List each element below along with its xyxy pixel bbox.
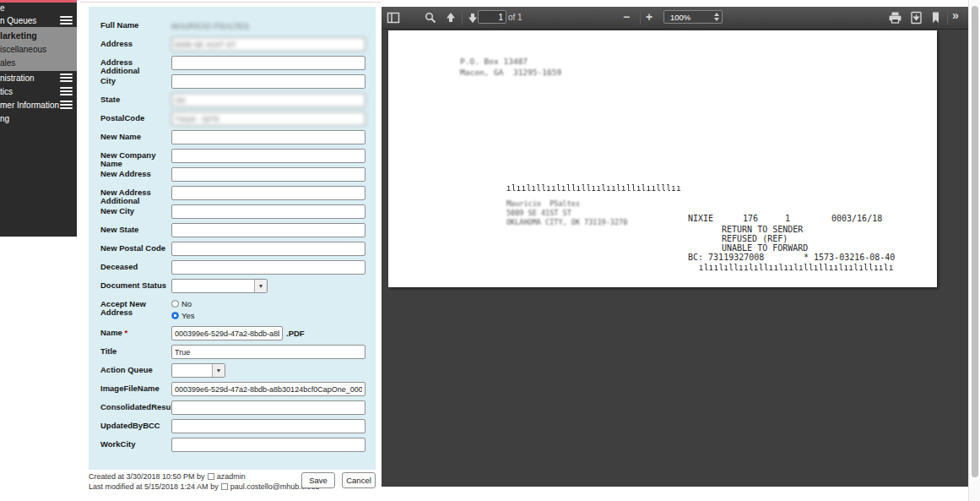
form-row: New Company Name xyxy=(100,149,376,163)
radio-option-no[interactable]: No xyxy=(171,297,195,309)
previous-page-icon[interactable] xyxy=(444,11,459,25)
chevron-down-icon[interactable]: ▼ xyxy=(254,280,267,292)
updatedbybcc-input[interactable] xyxy=(171,419,365,433)
sidebar-item-n-queues[interactable]: n Queues xyxy=(0,14,77,27)
sidebar-item-label: larketing xyxy=(0,30,37,41)
field-label-name: Name * xyxy=(100,326,171,337)
form-row: Address Additional xyxy=(100,56,376,70)
sidebar-item-label: n Queues xyxy=(0,16,36,25)
new-postal-code-input[interactable] xyxy=(171,242,365,256)
form-row: Action Queue▼ xyxy=(100,363,376,378)
file-extension-label: .PDF xyxy=(286,326,305,338)
radio-icon[interactable] xyxy=(171,300,179,308)
search-icon[interactable] xyxy=(424,11,439,25)
form-row: Accept New AddressNoYes xyxy=(100,297,376,322)
scrollbar-thumb[interactable] xyxy=(972,6,978,477)
new-address-additional-input[interactable] xyxy=(171,186,365,200)
sidebar-item-label: ales xyxy=(0,58,15,68)
state-input[interactable] xyxy=(171,93,365,107)
download-icon[interactable] xyxy=(910,11,925,25)
form-row: Address xyxy=(100,37,376,52)
form-row: City xyxy=(100,74,376,89)
toolbar-separator xyxy=(462,11,463,25)
pdf-viewer: of 1 − + 100% » P.O. Box 13487Macon, GA … xyxy=(382,7,968,487)
chevron-down-icon[interactable]: ▼ xyxy=(212,364,225,377)
full-name-value: MAURICIO PSALTES xyxy=(171,19,249,30)
more-tools-icon[interactable]: » xyxy=(952,8,959,22)
address-input[interactable] xyxy=(171,37,365,52)
form-row: New Address Additional xyxy=(100,186,376,200)
return-reason-1: RETURN TO SENDER xyxy=(722,225,803,234)
sidebar-item-mer-information[interactable]: mer Information xyxy=(0,98,77,112)
menu-icon[interactable] xyxy=(60,85,73,97)
zoom-out-icon[interactable]: − xyxy=(623,10,630,24)
workcity-input[interactable] xyxy=(171,438,365,452)
form-row: Deceased xyxy=(100,260,376,275)
document-status-select[interactable]: ▼ xyxy=(171,279,268,293)
sidebar-item-e[interactable]: e xyxy=(0,3,77,14)
field-label-document-status: Document Status xyxy=(100,279,171,290)
form-row: New Postal Code xyxy=(100,242,376,256)
sidebar-item-nistration[interactable]: nistration xyxy=(0,71,77,84)
name-input[interactable] xyxy=(171,326,283,340)
deceased-input[interactable] xyxy=(171,260,365,275)
sidebar-selected-group: larketingiscellaneousales xyxy=(0,27,77,71)
page-number-input[interactable] xyxy=(478,10,506,24)
toggle-sidebar-icon[interactable] xyxy=(387,11,402,25)
title-input[interactable] xyxy=(171,345,365,359)
form-row: WorkCity xyxy=(100,438,376,452)
bookmark-icon[interactable] xyxy=(930,11,945,25)
nixie-num: 1 xyxy=(785,214,790,223)
sidebar-item-ng[interactable]: ng xyxy=(0,112,77,125)
postalcode-input[interactable] xyxy=(171,112,365,126)
sidebar-item-larketing[interactable]: larketing xyxy=(0,29,77,42)
radio-icon[interactable] xyxy=(171,312,179,319)
created-user[interactable]: azadmin xyxy=(217,472,246,481)
sidebar-item-tics[interactable]: tics xyxy=(0,84,77,98)
field-label-imagefilename: ImageFileName xyxy=(100,382,171,393)
field-label-new-city: New City xyxy=(100,204,171,215)
print-icon[interactable] xyxy=(888,11,903,25)
action-queue-select[interactable]: ▼ xyxy=(171,363,225,378)
new-state-input[interactable] xyxy=(171,223,365,237)
form-row: Name *.PDF xyxy=(100,326,376,340)
menu-icon[interactable] xyxy=(60,14,73,26)
city-input[interactable] xyxy=(171,74,365,89)
route-number: * 1573-03216-08-40 xyxy=(804,253,895,262)
imagefilename-input[interactable] xyxy=(171,382,365,396)
edit-item-form: Full NameMAURICIO PSALTESAddressAddress … xyxy=(89,7,376,470)
sidebar-item-label: tics xyxy=(0,87,13,96)
sidebar-item-label: e xyxy=(0,3,5,13)
new-company-name-input[interactable] xyxy=(171,149,365,163)
form-row: UpdatedByBCC xyxy=(100,419,376,433)
form-row: New State xyxy=(100,223,376,237)
nixie-date: 0003/16/18 xyxy=(831,214,882,223)
field-label-action-queue: Action Queue xyxy=(100,363,171,374)
field-label-city: City xyxy=(100,74,171,85)
cancel-button[interactable]: Cancel xyxy=(342,472,376,488)
scrollbar-track[interactable] xyxy=(968,0,980,501)
field-label-updatedbybcc: UpdatedByBCC xyxy=(100,419,171,430)
address-additional-input[interactable] xyxy=(171,56,365,70)
menu-icon[interactable] xyxy=(60,72,73,84)
nixie-count: 176 xyxy=(743,214,758,223)
new-city-input[interactable] xyxy=(171,204,365,219)
required-asterisk: * xyxy=(122,328,127,337)
radio-option-yes[interactable]: Yes xyxy=(171,309,195,321)
new-name-input[interactable] xyxy=(171,130,365,144)
form-footer: Created at 3/30/2018 10:50 PM byazadmin … xyxy=(89,471,376,492)
pdf-page: P.O. Box 13487Macon, GA 31295-1659 ılııl… xyxy=(388,30,937,287)
zoom-select[interactable]: 100% xyxy=(663,10,723,24)
sidebar-item-iscellaneous[interactable]: iscellaneous xyxy=(0,42,77,56)
zoom-in-icon[interactable]: + xyxy=(646,10,652,24)
form-row: ConsolidatedResults xyxy=(100,400,376,415)
consolidatedresults-input[interactable] xyxy=(171,400,365,415)
radio-label: No xyxy=(181,299,192,308)
sidebar-item-ales[interactable]: ales xyxy=(0,56,77,69)
sidebar-item-label: mer Information xyxy=(0,101,59,110)
form-row: State xyxy=(100,93,376,107)
menu-icon[interactable] xyxy=(60,99,73,111)
save-button[interactable]: Save xyxy=(301,472,335,488)
sidebar-item-label: nistration xyxy=(0,74,35,83)
new-address-input[interactable] xyxy=(171,167,365,182)
